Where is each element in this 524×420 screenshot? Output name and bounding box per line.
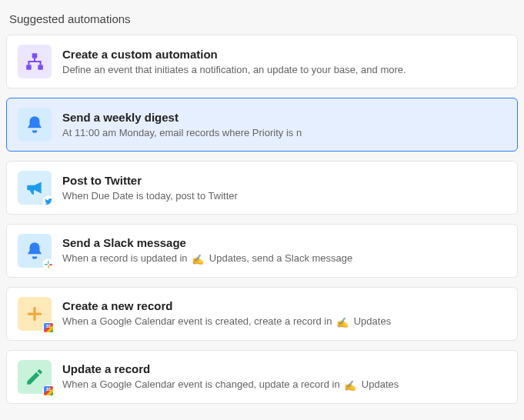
google-calendar-badge-icon bbox=[42, 385, 55, 397]
pencil-icon bbox=[18, 360, 52, 394]
suggestion-desc: Define an event that initiates a notific… bbox=[62, 64, 506, 75]
suggestion-title: Create a custom automation bbox=[62, 48, 506, 61]
suggestion-title: Create a new record bbox=[62, 299, 506, 312]
suggestion-desc: When a record is updated in ✍️ Updates, … bbox=[62, 252, 506, 265]
slack-badge-icon bbox=[42, 258, 55, 271]
plus-icon bbox=[18, 297, 52, 331]
section-title: Suggested automations bbox=[9, 12, 515, 25]
svg-rect-1 bbox=[26, 65, 32, 70]
suggestion-weekly-digest[interactable]: Send a weekly digest At 11:00 am Monday,… bbox=[6, 98, 518, 152]
svg-rect-3 bbox=[48, 261, 49, 264]
suggestion-create-record[interactable]: Create a new record When a Google Calend… bbox=[6, 287, 518, 341]
bell-icon bbox=[18, 234, 52, 268]
suggestion-title: Update a record bbox=[62, 362, 506, 375]
svg-rect-4 bbox=[45, 264, 48, 265]
svg-rect-2 bbox=[38, 65, 43, 70]
megaphone-icon bbox=[18, 171, 52, 205]
svg-rect-6 bbox=[49, 265, 52, 266]
suggestion-desc: When a Google Calendar event is created,… bbox=[62, 315, 506, 328]
suggestion-post-twitter[interactable]: Post to Twitter When Due Date is today, … bbox=[6, 161, 518, 215]
bell-icon bbox=[18, 108, 52, 142]
twitter-badge-icon bbox=[42, 195, 55, 208]
svg-rect-0 bbox=[32, 53, 38, 58]
suggestion-slack-message[interactable]: Send a Slack message When a record is up… bbox=[6, 224, 518, 278]
workflow-icon bbox=[18, 45, 52, 78]
suggestion-title: Send a Slack message bbox=[62, 236, 506, 249]
suggestion-title: Post to Twitter bbox=[62, 174, 506, 187]
suggestion-desc: When Due Date is today, post to Twitter bbox=[62, 190, 506, 202]
suggestion-update-record[interactable]: Update a record When a Google Calendar e… bbox=[6, 350, 518, 404]
google-calendar-badge-icon bbox=[42, 322, 55, 334]
hand-writing-icon: ✍️ bbox=[192, 254, 204, 265]
suggestion-desc: When a Google Calendar event is changed,… bbox=[62, 378, 506, 392]
suggestion-desc: At 11:00 am Monday, email records where … bbox=[62, 127, 506, 138]
hand-writing-icon: ✍️ bbox=[336, 317, 349, 328]
suggestion-title: Send a weekly digest bbox=[62, 111, 506, 124]
suggestion-custom-automation[interactable]: Create a custom automation Define an eve… bbox=[6, 35, 518, 88]
svg-rect-5 bbox=[48, 265, 50, 268]
hand-writing-icon: ✍️ bbox=[344, 380, 356, 392]
